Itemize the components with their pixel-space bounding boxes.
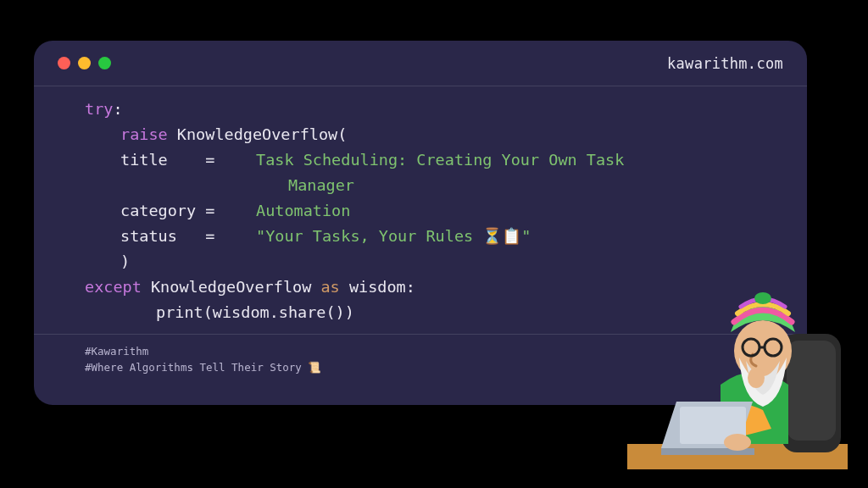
close-paren: ) xyxy=(120,252,130,270)
window-controls xyxy=(58,57,111,69)
code-line: raise KnowledgeOverflow( xyxy=(85,122,783,147)
svg-point-10 xyxy=(754,292,771,304)
param-category: category = xyxy=(120,198,256,224)
colon: : xyxy=(113,100,122,118)
print-call: print(wisdom.share()) xyxy=(156,303,354,321)
code-line: status = "Your Tasks, Your Rules ⏳📋" xyxy=(85,224,783,249)
close-icon[interactable] xyxy=(58,57,70,69)
title-value: Task Scheduling: Creating Your Own Task xyxy=(256,147,624,173)
status-value: "Your Tasks, Your Rules ⏳📋" xyxy=(256,224,531,249)
code-line: try: xyxy=(85,97,783,122)
class-name: KnowledgeOverflow xyxy=(151,278,311,296)
code-line: Manager xyxy=(85,173,783,198)
keyword-raise: raise xyxy=(120,125,168,143)
param-title: title = xyxy=(120,147,256,173)
param-status: status = xyxy=(120,224,256,249)
open-paren: ( xyxy=(337,125,347,143)
keyword-try: try xyxy=(85,100,113,118)
class-name: KnowledgeOverflow xyxy=(177,125,337,143)
domain-label: kawarithm.com xyxy=(667,55,783,72)
var-wisdom: wisdom xyxy=(349,278,406,296)
code-line: category = Automation xyxy=(85,198,783,224)
svg-rect-2 xyxy=(787,341,836,441)
svg-point-9 xyxy=(748,368,765,388)
minimize-icon[interactable] xyxy=(78,57,91,69)
titlebar: kawarithm.com xyxy=(34,41,807,86)
title-value-cont: Manager xyxy=(288,176,354,194)
maximize-icon[interactable] xyxy=(98,57,111,69)
keyword-as: as xyxy=(320,278,339,296)
code-line: title = Task Scheduling: Creating Your O… xyxy=(85,147,783,173)
colon: : xyxy=(406,278,415,296)
svg-point-4 xyxy=(724,434,751,451)
category-value: Automation xyxy=(256,198,350,224)
scholar-illustration xyxy=(627,266,848,469)
keyword-except: except xyxy=(85,278,142,296)
